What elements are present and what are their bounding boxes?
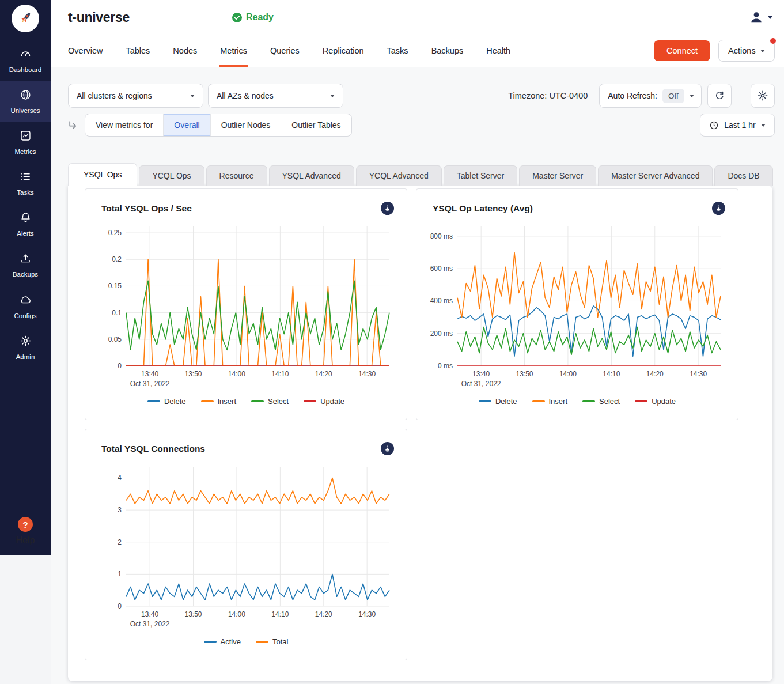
legend-swatch (532, 400, 545, 402)
notification-dot (770, 38, 776, 44)
metric-tab-resource[interactable]: Resource (206, 165, 267, 186)
tab-tasks[interactable]: Tasks (376, 35, 420, 67)
svg-text:14:00: 14:00 (228, 370, 245, 378)
status-label: Ready (246, 12, 274, 22)
metric-tab-ysql-advanced[interactable]: YSQL Advanced (269, 165, 354, 186)
sidebar-item-metrics[interactable]: Metrics (0, 122, 51, 163)
chart-total-ysql-ops[interactable]: 00.050.10.150.20.2513:4013:5014:0014:101… (94, 217, 397, 396)
legend-item-active[interactable]: Active (204, 637, 241, 646)
svg-text:13:50: 13:50 (185, 370, 202, 378)
sidebar-item-admin[interactable]: Admin (0, 327, 51, 368)
legend-item-insert[interactable]: Insert (532, 397, 568, 406)
sidebar-item-universes[interactable]: Universes (0, 81, 51, 122)
legend-item-total[interactable]: Total (256, 637, 288, 646)
svg-text:0.25: 0.25 (108, 229, 122, 237)
view-metrics-option-outlier-tables[interactable]: Outlier Tables (281, 114, 351, 136)
connect-button[interactable]: Connect (654, 40, 710, 61)
view-metrics-option-overall[interactable]: Overall (163, 114, 210, 136)
chart-ysql-op-latency[interactable]: 0 ms200 ms400 ms600 ms800 ms13:4013:5014… (426, 217, 729, 396)
gear-icon (20, 335, 32, 349)
legend-item-delete[interactable]: Delete (147, 397, 186, 406)
legend-item-update[interactable]: Update (304, 397, 344, 406)
svg-text:Oct 31, 2022: Oct 31, 2022 (461, 380, 501, 388)
svg-text:1: 1 (118, 570, 122, 578)
tab-metrics[interactable]: Metrics (209, 35, 259, 67)
view-metrics-segmented-control: View metrics for Overall Outlier Nodes O… (85, 114, 352, 137)
chevron-down-icon (690, 95, 694, 97)
legend-item-delete[interactable]: Delete (479, 397, 517, 406)
legend-swatch (256, 641, 268, 643)
legend-item-select[interactable]: Select (251, 397, 289, 406)
svg-text:0.2: 0.2 (112, 255, 122, 263)
actions-dropdown-button[interactable]: Actions (718, 40, 775, 62)
chevron-down-icon (330, 95, 335, 97)
sidebar-item-help[interactable]: ? Help (0, 510, 51, 555)
sidebar-item-label: Dashboard (9, 66, 41, 73)
chart-panel-ysql-op-latency: YSQL Op Latency (Avg) 0 ms200 ms400 ms60… (416, 188, 738, 420)
metrics-settings-button[interactable] (751, 84, 775, 108)
svg-text:0.05: 0.05 (108, 335, 122, 343)
sidebar-item-dashboard[interactable]: Dashboard (0, 40, 51, 81)
chart-title: YSQL Op Latency (Avg) (433, 203, 533, 214)
sidebar-item-alerts[interactable]: Alerts (0, 204, 51, 245)
view-metrics-label: View metrics for (85, 114, 163, 136)
metric-tab-tablet-server[interactable]: Tablet Server (444, 165, 517, 186)
sidebar-item-label: Configs (14, 312, 37, 319)
tab-backups[interactable]: Backups (420, 35, 475, 67)
sidebar-item-label: Alerts (17, 230, 33, 237)
redirect-arrow-icon (68, 120, 78, 130)
legend-item-insert[interactable]: Insert (201, 397, 237, 406)
chart-total-ysql-connections[interactable]: 0123413:4013:5014:0014:1014:2014:30Oct 3… (94, 458, 397, 636)
rocket-icon (16, 9, 35, 28)
metric-tab-master-server[interactable]: Master Server (519, 165, 596, 186)
sidebar-item-tasks[interactable]: Tasks (0, 163, 51, 204)
chart-legend: DeleteInsertSelectUpdate (426, 397, 729, 406)
help-icon: ? (18, 517, 33, 532)
svg-text:600 ms: 600 ms (430, 264, 453, 273)
prometheus-export-icon[interactable] (381, 202, 394, 215)
prometheus-export-icon[interactable] (712, 202, 725, 215)
metric-tab-docs-db[interactable]: Docs DB (714, 165, 772, 186)
metric-tab-ycql-ops[interactable]: YCQL Ops (139, 165, 204, 186)
sidebar-item-configs[interactable]: Configs (0, 286, 51, 327)
metric-tab-ysql-ops[interactable]: YSQL Ops (68, 163, 137, 186)
legend-item-select[interactable]: Select (582, 397, 620, 406)
svg-text:4: 4 (118, 474, 122, 482)
user-avatar-icon (749, 10, 764, 25)
tab-overview[interactable]: Overview (56, 35, 114, 67)
tab-queries[interactable]: Queries (259, 35, 311, 67)
yugabytedb-logo[interactable] (12, 5, 39, 32)
sidebar-item-backups[interactable]: Backups (0, 245, 51, 286)
upload-backup-icon (20, 252, 32, 267)
universe-nav-tabs: Overview Tables Nodes Metrics Queries Re… (51, 35, 784, 67)
legend-swatch (204, 641, 217, 643)
svg-text:Oct 31, 2022: Oct 31, 2022 (130, 380, 170, 388)
legend-label: Delete (164, 397, 186, 406)
auto-refresh-dropdown[interactable]: Auto Refresh: Off (599, 84, 701, 108)
tab-replication[interactable]: Replication (311, 35, 376, 67)
tab-tables[interactable]: Tables (114, 35, 161, 67)
svg-text:14:30: 14:30 (690, 370, 707, 378)
svg-text:0.1: 0.1 (112, 309, 122, 317)
legend-item-update[interactable]: Update (635, 397, 676, 406)
user-menu[interactable] (749, 10, 772, 25)
svg-text:0.15: 0.15 (108, 282, 122, 290)
svg-text:14:20: 14:20 (315, 370, 332, 378)
refresh-button[interactable] (707, 84, 732, 108)
sidebar-item-label: Help (16, 535, 35, 546)
clusters-regions-dropdown[interactable]: All clusters & regions (68, 84, 203, 108)
check-circle-icon (232, 13, 242, 22)
svg-text:400 ms: 400 ms (430, 297, 453, 305)
metric-tab-master-server-advanced[interactable]: Master Server Advanced (598, 165, 713, 186)
view-metrics-option-outlier-nodes[interactable]: Outlier Nodes (210, 114, 281, 136)
prometheus-export-icon[interactable] (381, 442, 394, 455)
time-range-dropdown[interactable]: Last 1 hr (700, 114, 774, 137)
legend-swatch (201, 400, 214, 402)
sidebar-column: Dashboard Universes Metrics (0, 0, 51, 684)
tab-health[interactable]: Health (475, 35, 522, 67)
chevron-down-icon (760, 50, 765, 52)
metric-tab-ycql-advanced[interactable]: YCQL Advanced (356, 165, 442, 186)
azs-nodes-dropdown[interactable]: All AZs & nodes (208, 84, 343, 108)
tab-nodes[interactable]: Nodes (161, 35, 209, 67)
svg-text:13:40: 13:40 (141, 370, 158, 378)
